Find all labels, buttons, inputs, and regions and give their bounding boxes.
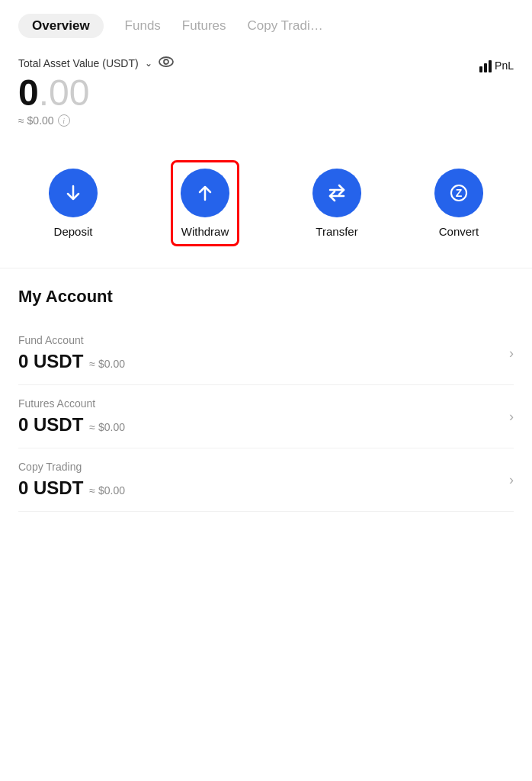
tab-copy-trading[interactable]: Copy Tradi… bbox=[248, 14, 323, 38]
header-section: Total Asset Value (USDT) ⌄ PnL 0 .00 ≈ $… bbox=[0, 49, 532, 142]
actions-section: Deposit Withdraw Transfer Z bbox=[0, 142, 532, 268]
eye-icon[interactable] bbox=[159, 56, 174, 70]
convert-circle: Z bbox=[434, 169, 483, 217]
fund-account-item[interactable]: Fund Account 0 USDT ≈ $0.00 › bbox=[18, 322, 514, 385]
deposit-button[interactable]: Deposit bbox=[49, 169, 98, 238]
copy-trading-chevron-icon: › bbox=[509, 472, 514, 488]
svg-point-0 bbox=[159, 57, 173, 66]
futures-account-balance-usd: ≈ $0.00 bbox=[89, 421, 125, 433]
fund-account-name: Fund Account bbox=[18, 334, 125, 346]
futures-account-item[interactable]: Futures Account 0 USDT ≈ $0.00 › bbox=[18, 385, 514, 448]
asset-label: Total Asset Value (USDT) bbox=[18, 57, 139, 69]
convert-button[interactable]: Z Convert bbox=[434, 169, 483, 238]
copy-trading-item[interactable]: Copy Trading 0 USDT ≈ $0.00 › bbox=[18, 448, 514, 512]
transfer-circle bbox=[312, 169, 361, 217]
fund-account-balance-main: 0 USDT bbox=[18, 351, 83, 372]
futures-account-left: Futures Account 0 USDT ≈ $0.00 bbox=[18, 397, 125, 435]
arrow-up-icon bbox=[194, 182, 216, 204]
arrow-down-icon bbox=[62, 182, 84, 204]
convert-label: Convert bbox=[439, 225, 479, 238]
svg-point-1 bbox=[164, 59, 168, 64]
top-nav: Overview Funds Futures Copy Tradi… bbox=[0, 0, 532, 49]
tab-funds[interactable]: Funds bbox=[125, 14, 161, 38]
balance-usd: ≈ $0.00 i bbox=[18, 114, 514, 127]
chevron-down-icon[interactable]: ⌄ bbox=[145, 58, 152, 69]
pnl-section[interactable]: PnL bbox=[479, 59, 514, 72]
copy-trading-balance: 0 USDT ≈ $0.00 bbox=[18, 477, 125, 499]
fund-account-balance: 0 USDT ≈ $0.00 bbox=[18, 351, 125, 372]
withdraw-highlighted[interactable]: Withdraw bbox=[171, 160, 239, 246]
futures-account-chevron-icon: › bbox=[509, 409, 514, 425]
fund-account-left: Fund Account 0 USDT ≈ $0.00 bbox=[18, 334, 125, 372]
copy-trading-left: Copy Trading 0 USDT ≈ $0.00 bbox=[18, 461, 125, 499]
fund-account-chevron-icon: › bbox=[509, 346, 514, 362]
balance-decimal: .00 bbox=[39, 75, 90, 111]
convert-icon: Z bbox=[448, 182, 470, 204]
futures-account-balance-main: 0 USDT bbox=[18, 414, 83, 435]
copy-trading-balance-usd: ≈ $0.00 bbox=[89, 484, 125, 497]
pnl-chart-icon bbox=[479, 59, 492, 72]
withdraw-label: Withdraw bbox=[181, 225, 229, 238]
transfer-icon bbox=[326, 182, 348, 204]
balance-row: 0 .00 bbox=[18, 75, 514, 111]
info-icon[interactable]: i bbox=[58, 114, 70, 127]
copy-trading-name: Copy Trading bbox=[18, 461, 125, 473]
asset-label-row: Total Asset Value (USDT) ⌄ bbox=[18, 56, 174, 70]
balance-integer: 0 bbox=[18, 75, 39, 111]
futures-account-name: Futures Account bbox=[18, 397, 125, 410]
transfer-button[interactable]: Transfer bbox=[312, 169, 361, 238]
svg-text:Z: Z bbox=[456, 187, 463, 199]
withdraw-circle bbox=[181, 169, 229, 217]
futures-account-balance: 0 USDT ≈ $0.00 bbox=[18, 414, 125, 435]
deposit-label: Deposit bbox=[54, 225, 93, 238]
balance-usd-text: ≈ $0.00 bbox=[18, 114, 54, 127]
copy-trading-balance-main: 0 USDT bbox=[18, 477, 83, 499]
pnl-label: PnL bbox=[495, 59, 514, 72]
fund-account-balance-usd: ≈ $0.00 bbox=[89, 358, 125, 370]
my-account-section: My Account Fund Account 0 USDT ≈ $0.00 ›… bbox=[0, 268, 532, 512]
deposit-circle bbox=[49, 169, 98, 217]
tab-overview[interactable]: Overview bbox=[18, 14, 104, 38]
tab-futures[interactable]: Futures bbox=[182, 14, 226, 38]
transfer-label: Transfer bbox=[316, 225, 357, 238]
my-account-title: My Account bbox=[18, 287, 514, 307]
